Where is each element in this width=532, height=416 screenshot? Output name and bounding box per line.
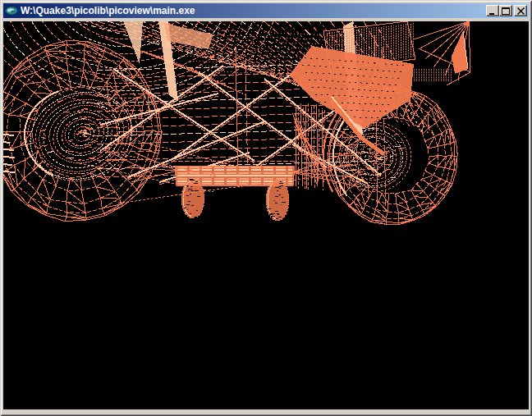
client-area [3,21,529,409]
application-icon[interactable] [5,4,18,17]
maximize-button[interactable] [499,5,512,16]
app-window: W:\Quake3\picolib\picoview\main.exe [0,0,532,416]
wireframe-viewport[interactable] [3,21,529,409]
maximize-icon [502,7,510,15]
close-button[interactable] [514,5,527,16]
window-title: W:\Quake3\picolib\picoview\main.exe [21,3,486,18]
close-icon [517,7,525,15]
minimize-icon [488,7,497,15]
titlebar[interactable]: W:\Quake3\picolib\picoview\main.exe [3,3,529,18]
minimize-button[interactable] [486,5,499,16]
window-controls [486,5,527,16]
